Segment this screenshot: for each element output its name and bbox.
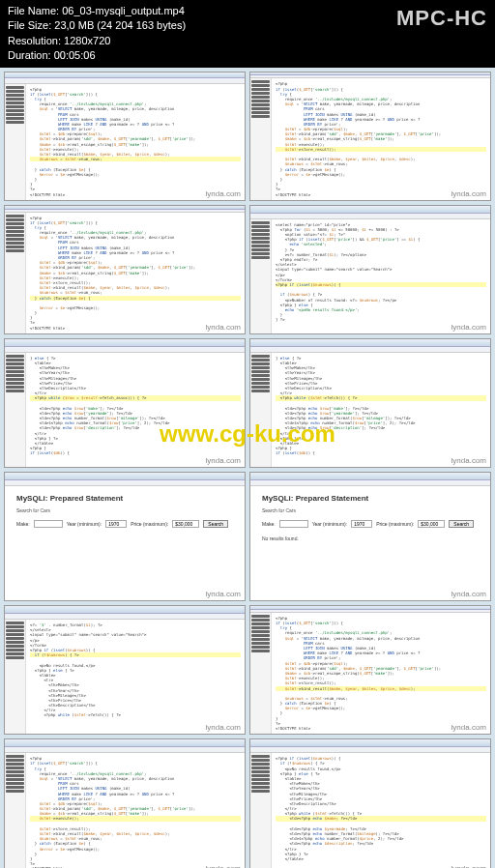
editor-content: <?php if (isset($_GET['search'])) { try … xyxy=(26,753,245,868)
thumb-body: } else { ?> <table> <th>Make</th> <th>Ye… xyxy=(250,353,490,467)
provider-watermark: lynda.com xyxy=(451,456,486,465)
window-titlebar xyxy=(250,206,490,214)
filename-label: File Name: xyxy=(8,5,59,16)
filesize-value: 23,0 MB (24 204 163 bytes) xyxy=(54,19,186,31)
thumb-body: MySQLi: Prepared StatementSearch for Car… xyxy=(5,486,245,600)
player-brand: MPC-HC xyxy=(396,4,487,34)
provider-watermark: lynda.com xyxy=(206,189,241,198)
filename-value: 06_03-mysqli_output.mp4 xyxy=(62,5,185,16)
thumbnail-2[interactable]: <?php if (isset($_GET['search'])) { try … xyxy=(4,205,246,334)
editor-sidebar xyxy=(5,213,26,333)
search-form: Make:Year (minimum):Price (maximum):Sear… xyxy=(262,520,479,528)
search-form: Make:Year (minimum):Price (maximum):Sear… xyxy=(16,520,233,528)
duration-value: 00:05:06 xyxy=(54,49,96,61)
thumbnail-8[interactable]: <?= '$' . number_format($i); ?> </select… xyxy=(4,605,246,735)
editor-sidebar xyxy=(250,613,272,734)
provider-watermark: lynda.com xyxy=(206,590,241,598)
provider-watermark: lynda.com xyxy=(451,864,486,868)
thumbnail-7[interactable]: MySQLi: Prepared StatementSearch for Car… xyxy=(249,472,491,601)
thumbnail-5[interactable]: } else { ?> <table> <th>Make</th> <th>Ye… xyxy=(249,338,491,468)
editor-content: <?= '$' . number_format($i); ?> </select… xyxy=(26,620,245,734)
thumb-body: <?php if (isset($numrows)) { if (!$numro… xyxy=(250,753,490,868)
editor-sidebar xyxy=(250,353,272,467)
browser-content: MySQLi: Prepared StatementSearch for Car… xyxy=(250,486,490,600)
make-label: Make: xyxy=(16,521,30,528)
filesize-label: File Size: xyxy=(8,19,51,31)
editor-sidebar xyxy=(250,219,272,333)
window-titlebar xyxy=(5,72,245,79)
thumbnail-4[interactable]: } else { ?> <table> <th>Make</th> <th>Ye… xyxy=(4,338,246,468)
thumb-body: MySQLi: Prepared StatementSearch for Car… xyxy=(250,486,490,600)
window-titlebar xyxy=(5,473,245,480)
provider-watermark: lynda.com xyxy=(206,864,241,868)
thumb-body: } else { ?> <table> <th>Make</th> <th>Ye… xyxy=(5,353,245,467)
editor-sidebar xyxy=(5,753,26,868)
page-subtitle: Search for Cars xyxy=(16,507,233,514)
window-titlebar xyxy=(250,473,490,480)
editor-content: } else { ?> <table> <th>Make</th> <th>Ye… xyxy=(26,353,245,467)
page-subtitle: Search for Cars xyxy=(262,507,479,514)
editor-content: } else { ?> <table> <th>Make</th> <th>Ye… xyxy=(272,353,490,467)
thumb-body: <?php if (isset($_GET['search'])) { try … xyxy=(5,753,245,868)
resolution-value: 1280x720 xyxy=(64,35,110,46)
window-titlebar xyxy=(5,739,245,747)
make-input[interactable] xyxy=(34,520,63,528)
media-info-header: File Name: 06_03-mysqli_output.mp4 File … xyxy=(0,0,495,68)
window-titlebar xyxy=(5,339,245,347)
thumb-body: <select name="price" id="price"> <?php f… xyxy=(250,219,490,333)
provider-watermark: lynda.com xyxy=(451,189,486,198)
year-label: Year (minimum): xyxy=(67,521,102,528)
thumb-body: <?= '$' . number_format($i); ?> </select… xyxy=(5,620,245,734)
thumbnail-1[interactable]: <?php if (isset($_GET['search'])) { try … xyxy=(249,72,491,201)
editor-sidebar xyxy=(5,353,26,467)
provider-watermark: lynda.com xyxy=(451,590,486,598)
duration-label: Duration: xyxy=(8,49,51,61)
thumbnail-0[interactable]: <?php if (isset($_GET['search'])) { try … xyxy=(4,72,246,201)
editor-content: <select name="price" id="price"> <?php f… xyxy=(272,219,490,333)
thumbnail-6[interactable]: MySQLi: Prepared StatementSearch for Car… xyxy=(4,472,246,601)
price-label: Price (maximum): xyxy=(131,521,168,528)
provider-watermark: lynda.com xyxy=(206,456,241,465)
provider-watermark: lynda.com xyxy=(451,323,486,332)
page-title: MySQLi: Prepared Statement xyxy=(262,494,479,504)
search-button[interactable]: Search xyxy=(449,520,474,528)
thumb-body: <?php if (isset($_GET['search'])) { try … xyxy=(5,213,245,333)
page-title: MySQLi: Prepared Statement xyxy=(16,494,233,504)
year-input[interactable] xyxy=(105,520,127,528)
thumb-body: <?php if (isset($_GET['search'])) { try … xyxy=(250,613,490,734)
editor-sidebar xyxy=(5,620,26,734)
year-input[interactable] xyxy=(351,520,372,528)
search-button[interactable]: Search xyxy=(203,520,228,528)
thumbnail-9[interactable]: <?php if (isset($_GET['search'])) { try … xyxy=(249,605,491,735)
year-label: Year (minimum): xyxy=(312,521,348,528)
thumbnail-grid: <?php if (isset($_GET['search'])) { try … xyxy=(0,68,495,868)
thumbnail-3[interactable]: <select name="price" id="price"> <?php f… xyxy=(249,205,491,334)
editor-content: <?php if (isset($_GET['search'])) { try … xyxy=(26,84,245,200)
editor-content: <?php if (isset($_GET['search'])) { try … xyxy=(26,213,245,333)
editor-sidebar xyxy=(5,84,26,200)
make-label: Make: xyxy=(262,521,276,528)
browser-content: MySQLi: Prepared StatementSearch for Car… xyxy=(5,486,245,600)
window-titlebar xyxy=(5,606,245,614)
editor-content: <?php if (isset($_GET['search'])) { try … xyxy=(272,613,490,734)
editor-sidebar xyxy=(250,78,272,199)
provider-watermark: lynda.com xyxy=(451,723,486,732)
price-input[interactable] xyxy=(172,520,199,528)
make-input[interactable] xyxy=(279,520,308,528)
price-input[interactable] xyxy=(418,520,445,528)
thumb-body: <?php if (isset($_GET['search'])) { try … xyxy=(5,84,245,200)
thumbnail-10[interactable]: <?php if (isset($_GET['search'])) { try … xyxy=(4,738,246,868)
provider-watermark: lynda.com xyxy=(206,323,241,332)
resolution-label: Resolution: xyxy=(8,35,61,46)
editor-sidebar xyxy=(250,753,272,868)
thumbnail-11[interactable]: <?php if (isset($numrows)) { if (!$numro… xyxy=(249,738,491,868)
result-text: No results found. xyxy=(262,535,479,542)
editor-content: <?php if (isset($_GET['search'])) { try … xyxy=(272,78,490,199)
price-label: Price (maximum): xyxy=(376,521,414,528)
editor-content: <?php if (isset($numrows)) { if (!$numro… xyxy=(272,753,490,868)
window-titlebar xyxy=(250,339,490,347)
thumb-body: <?php if (isset($_GET['search'])) { try … xyxy=(250,78,490,199)
provider-watermark: lynda.com xyxy=(206,723,241,732)
window-titlebar xyxy=(250,739,490,747)
